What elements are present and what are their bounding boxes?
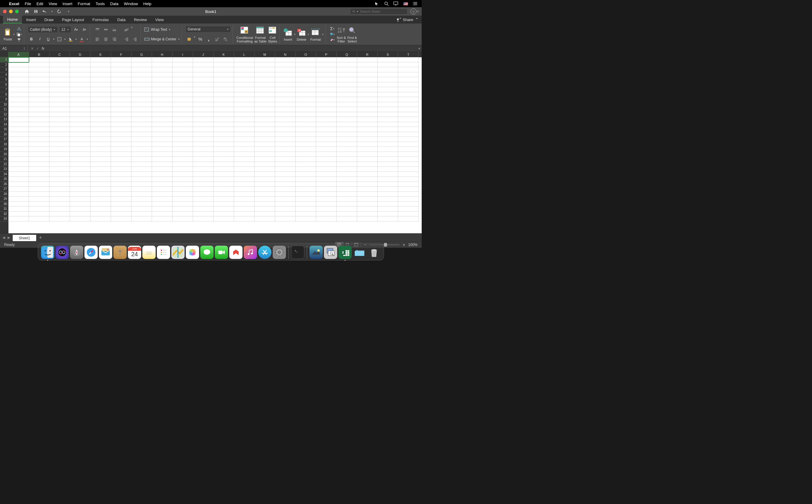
cell-Q16[interactable] xyxy=(336,132,357,137)
cell-J20[interactable] xyxy=(193,152,213,157)
cell-R13[interactable] xyxy=(357,117,377,122)
cell-Q28[interactable] xyxy=(336,192,357,197)
cell-R15[interactable] xyxy=(357,127,377,132)
cell-P17[interactable] xyxy=(316,137,336,142)
cell-A29[interactable] xyxy=(8,197,29,202)
cell-B14[interactable] xyxy=(29,122,49,127)
cell-P14[interactable] xyxy=(316,122,336,127)
cell-C30[interactable] xyxy=(49,202,70,207)
cell-E25[interactable] xyxy=(90,177,111,182)
cell-J33[interactable] xyxy=(193,216,213,222)
cell-G12[interactable] xyxy=(131,112,152,117)
cell-F25[interactable] xyxy=(111,177,131,182)
cell-L16[interactable] xyxy=(234,132,254,137)
cell-D7[interactable] xyxy=(70,87,90,92)
cell-K5[interactable] xyxy=(213,77,234,82)
row-header-16[interactable]: 16 xyxy=(0,132,8,137)
borders-button[interactable] xyxy=(56,36,63,43)
cell-C3[interactable] xyxy=(49,67,70,72)
cell-F26[interactable] xyxy=(111,182,131,187)
cell-C2[interactable] xyxy=(49,62,70,68)
dock-downloads[interactable] xyxy=(353,246,366,259)
align-right-button[interactable] xyxy=(111,36,118,43)
dock-preview[interactable] xyxy=(324,246,337,259)
home-icon[interactable] xyxy=(24,9,30,14)
cell-F3[interactable] xyxy=(111,67,131,72)
column-header-L[interactable]: L xyxy=(234,52,254,57)
row-header-24[interactable]: 24 xyxy=(0,172,8,177)
cell-J13[interactable] xyxy=(193,117,213,122)
dock-maps[interactable] xyxy=(171,246,185,259)
cell-S3[interactable] xyxy=(377,67,398,72)
cell-P30[interactable] xyxy=(316,202,336,207)
cell-T24[interactable] xyxy=(398,172,419,177)
acct-dd[interactable]: ▾ xyxy=(194,36,195,43)
cell-H22[interactable] xyxy=(152,162,172,167)
cell-E32[interactable] xyxy=(90,212,111,217)
row-header-19[interactable]: 19 xyxy=(0,147,8,152)
cell-O7[interactable] xyxy=(295,87,316,92)
cell-P22[interactable] xyxy=(316,162,336,167)
cell-B16[interactable] xyxy=(29,132,49,137)
column-header-A[interactable]: A xyxy=(8,52,29,57)
cell-R6[interactable] xyxy=(357,82,377,87)
cell-S20[interactable] xyxy=(377,152,398,157)
tab-pagelayout[interactable]: Page Layout xyxy=(58,16,88,24)
cell-D18[interactable] xyxy=(70,142,90,147)
menu-file[interactable]: File xyxy=(25,2,31,6)
cell-H30[interactable] xyxy=(152,202,172,207)
cell-O10[interactable] xyxy=(295,102,316,107)
cell-S22[interactable] xyxy=(377,162,398,167)
cell-S7[interactable] xyxy=(377,87,398,92)
cell-D33[interactable] xyxy=(70,216,90,222)
cell-K33[interactable] xyxy=(213,216,234,222)
cell-L2[interactable] xyxy=(234,62,254,68)
cell-P28[interactable] xyxy=(316,192,336,197)
cell-H6[interactable] xyxy=(152,82,172,87)
cell-A1[interactable] xyxy=(8,57,29,62)
cell-E11[interactable] xyxy=(90,107,111,112)
underline-button[interactable]: U xyxy=(45,36,52,43)
cell-L9[interactable] xyxy=(234,97,254,102)
cell-O21[interactable] xyxy=(295,157,316,162)
cell-G6[interactable] xyxy=(131,82,152,87)
cell-T2[interactable] xyxy=(398,62,419,68)
cell-C26[interactable] xyxy=(49,182,70,187)
cell-P25[interactable] xyxy=(316,177,336,182)
cell-I2[interactable] xyxy=(172,62,193,68)
cell-R25[interactable] xyxy=(357,177,377,182)
cell-A10[interactable] xyxy=(8,102,29,107)
cell-O27[interactable] xyxy=(295,187,316,192)
undo-dropdown[interactable]: ▾ xyxy=(51,10,53,13)
cell-G5[interactable] xyxy=(131,77,152,82)
cell-Q3[interactable] xyxy=(336,67,357,72)
dock-contacts[interactable] xyxy=(113,246,127,259)
cell-O15[interactable] xyxy=(295,127,316,132)
cell-C32[interactable] xyxy=(49,212,70,217)
cell-O14[interactable] xyxy=(295,122,316,127)
tab-data[interactable]: Data xyxy=(113,16,130,24)
cell-P19[interactable] xyxy=(316,147,336,152)
column-header-R[interactable]: R xyxy=(357,52,377,57)
cell-K7[interactable] xyxy=(213,87,234,92)
column-header-F[interactable]: F xyxy=(111,52,131,57)
cell-J21[interactable] xyxy=(193,157,213,162)
cell-K10[interactable] xyxy=(213,102,234,107)
cell-K21[interactable] xyxy=(213,157,234,162)
cell-G21[interactable] xyxy=(131,157,152,162)
cell-S9[interactable] xyxy=(377,97,398,102)
cell-E27[interactable] xyxy=(90,187,111,192)
cell-T29[interactable] xyxy=(398,197,419,202)
cell-C22[interactable] xyxy=(49,162,70,167)
fill-dd[interactable]: ▾ xyxy=(75,38,77,41)
cell-I1[interactable] xyxy=(172,57,193,62)
cell-B19[interactable] xyxy=(29,147,49,152)
cell-O28[interactable] xyxy=(295,192,316,197)
cell-K6[interactable] xyxy=(213,82,234,87)
cell-A8[interactable] xyxy=(8,92,29,97)
cell-L23[interactable] xyxy=(234,167,254,172)
cell-B6[interactable] xyxy=(29,82,49,87)
cell-H32[interactable] xyxy=(152,212,172,217)
cell-G25[interactable] xyxy=(131,177,152,182)
underline-dd[interactable]: ▾ xyxy=(53,38,55,41)
